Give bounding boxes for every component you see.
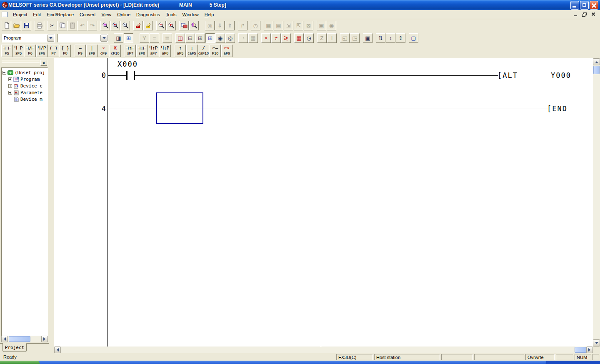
paste-button[interactable]	[68, 21, 77, 30]
closed-contact-f6-button[interactable]: ⊣/⊢F6	[25, 45, 36, 57]
program-combo-dropdown[interactable]	[47, 35, 54, 42]
ladder-upload-button[interactable]: ⇱	[294, 21, 303, 30]
menu-tools[interactable]: Tools	[163, 11, 180, 18]
restore-button[interactable]	[580, 1, 589, 10]
find-device-2-button[interactable]: ◉	[215, 33, 225, 43]
falling-pulse-branch-af8-button[interactable]: Ч↓РaF8	[160, 45, 171, 57]
menu-project[interactable]: Project	[10, 11, 30, 18]
ladder-ld-mode-button[interactable]: ◫	[175, 33, 185, 43]
copy-ladder-button[interactable]: ▤	[274, 21, 283, 30]
instruction-check-3-button[interactable]: ≷	[281, 33, 291, 43]
monitor-i-button[interactable]: I	[327, 33, 337, 43]
scroll-right-button[interactable]	[41, 336, 48, 342]
undo-button[interactable]: ↶	[78, 21, 87, 30]
open-contact-f5-button[interactable]: ⊣ ⊢F5	[1, 45, 12, 57]
menu-edit[interactable]: Edit	[30, 11, 44, 18]
save-monitor-button[interactable]: ▣	[317, 21, 326, 30]
window-cascade-button[interactable]: ◱	[340, 33, 350, 43]
ladder-vertical-scrollbar[interactable]	[593, 58, 600, 347]
cut-button[interactable]: ✂	[48, 21, 57, 30]
mdi-minimize-button[interactable]	[573, 12, 579, 17]
delete-ladder-button[interactable]: ⊠	[304, 21, 313, 30]
device-grid-button[interactable]: ▦	[294, 33, 304, 43]
zoom-in-button[interactable]	[166, 21, 176, 30]
coil-f7-button[interactable]: ( )F7	[48, 45, 59, 57]
panel-close-button[interactable]: ×	[40, 60, 47, 66]
data-combo[interactable]	[58, 34, 108, 42]
find-next-button[interactable]: ◎	[205, 21, 215, 30]
window-tile-button[interactable]: ◳	[350, 33, 360, 43]
telephone-line-button[interactable]: ◔	[238, 33, 248, 43]
delete-horizontal-line-cf9-button[interactable]: ×cF9	[98, 45, 109, 57]
ladder-horizontal-scrollbar[interactable]	[54, 347, 593, 353]
rising-edge-af5-button[interactable]: ↑aF5	[175, 45, 186, 57]
tree-item-device-memory[interactable]: Device m	[2, 96, 48, 102]
status-edit-mode[interactable]: Ovrwrte	[525, 354, 555, 360]
invert-operation-caf10-button[interactable]: ∕caF10	[198, 45, 209, 57]
scroll-right-button[interactable]	[586, 347, 593, 353]
instruction-check-1-button[interactable]: ×	[261, 33, 271, 43]
monitor-mode-button[interactable]: ▣	[363, 33, 372, 43]
screen-switch-button[interactable]	[179, 21, 189, 30]
sampling-trace-button[interactable]: ◴	[251, 21, 260, 30]
tree-view-a-button[interactable]: ⊞	[195, 33, 205, 43]
grid-setting-button[interactable]: ▦	[248, 33, 258, 43]
close-button[interactable]	[590, 1, 598, 10]
instruction-check-2-button[interactable]: ≠	[271, 33, 281, 43]
scrollbar-thumb[interactable]	[575, 347, 586, 353]
scrollbar-thumb[interactable]	[593, 66, 600, 74]
mdi-restore-button[interactable]	[582, 12, 588, 17]
closed-branch-sf6-button[interactable]: Ч/РsF6	[36, 45, 48, 57]
expand-icon[interactable]	[8, 84, 12, 88]
ladder-download-button[interactable]: ⇲	[284, 21, 293, 30]
menu-help[interactable]: Help	[202, 11, 217, 18]
find-contact-button[interactable]	[100, 21, 110, 30]
tab-project[interactable]: Project	[2, 343, 27, 352]
read-from-plc-button[interactable]: ⇑	[225, 21, 235, 30]
vertical-line-sf9-button[interactable]: |sF9	[86, 45, 98, 57]
scroll-left-button[interactable]	[54, 347, 61, 353]
statement-edit-button[interactable]	[143, 21, 153, 30]
scrollbar-thumb[interactable]	[9, 336, 30, 342]
find-replace-2-button[interactable]: ◎	[225, 33, 235, 43]
find-device-button[interactable]	[110, 21, 120, 30]
data-list-button[interactable]: ≣	[162, 33, 172, 43]
scroll-left-button[interactable]	[1, 336, 8, 342]
scroll-down-button[interactable]	[593, 339, 600, 347]
scroll-up-button[interactable]	[593, 58, 600, 65]
menu-convert[interactable]: Convert	[77, 11, 99, 18]
monitor-write-2-button[interactable]: ↕	[386, 33, 395, 43]
find-macro-button[interactable]	[189, 21, 199, 30]
delete-rung-af9-button[interactable]: ⌐×aF9	[221, 45, 232, 57]
mini-monitor-button[interactable]: ▢	[409, 33, 418, 43]
monitor-write-1-button[interactable]: ⇅	[376, 33, 385, 43]
device-test-button[interactable]: Y	[140, 33, 149, 43]
pause-monitor-button[interactable]: ◉	[327, 21, 336, 30]
rising-pulse-branch-af7-button[interactable]: Ч↑РaF7	[148, 45, 159, 57]
ladder-edit-cursor[interactable]	[156, 92, 203, 124]
horizontal-line-f9-button[interactable]: —F9	[75, 45, 86, 57]
start-button[interactable]	[0, 361, 40, 364]
menu-find-replace[interactable]: Find/Replace	[44, 11, 77, 18]
monitor-z-button[interactable]: Z	[317, 33, 327, 43]
data-combo-dropdown[interactable]	[100, 35, 108, 42]
tree-item-parameter[interactable]: Paramete	[2, 89, 48, 96]
comment-edit-button[interactable]: ≡	[150, 33, 159, 43]
application-instruction-f8-button[interactable]: { }F8	[60, 45, 71, 57]
rising-pulse-sf7-button[interactable]: ⊣↑⊢sF7	[125, 45, 136, 57]
ladder-doc-find-button[interactable]: ◨	[114, 33, 123, 43]
jump-button[interactable]: ↱	[238, 21, 248, 30]
falling-edge-caf5-button[interactable]: ↓caF5	[186, 45, 198, 57]
ladder-editor[interactable]: 0 X000 [ALT Y000 4 [END	[54, 58, 593, 347]
minimize-button[interactable]	[570, 1, 579, 10]
panel-gripper[interactable]: ×	[2, 60, 47, 67]
menu-window[interactable]: Window	[180, 11, 202, 18]
convert-block-f10-button[interactable]: ⌐—F10	[210, 45, 221, 57]
save-project-button[interactable]	[22, 21, 31, 30]
menu-online[interactable]: Online	[114, 11, 133, 18]
project-data-list-button[interactable]: ⊞	[124, 33, 133, 43]
mdi-close-button[interactable]	[590, 12, 597, 17]
tree-view-b-button[interactable]: ⊞	[205, 33, 215, 43]
tree-item-device-comment[interactable]: Device c	[2, 82, 48, 89]
mdi-child-icon[interactable]	[2, 12, 8, 17]
